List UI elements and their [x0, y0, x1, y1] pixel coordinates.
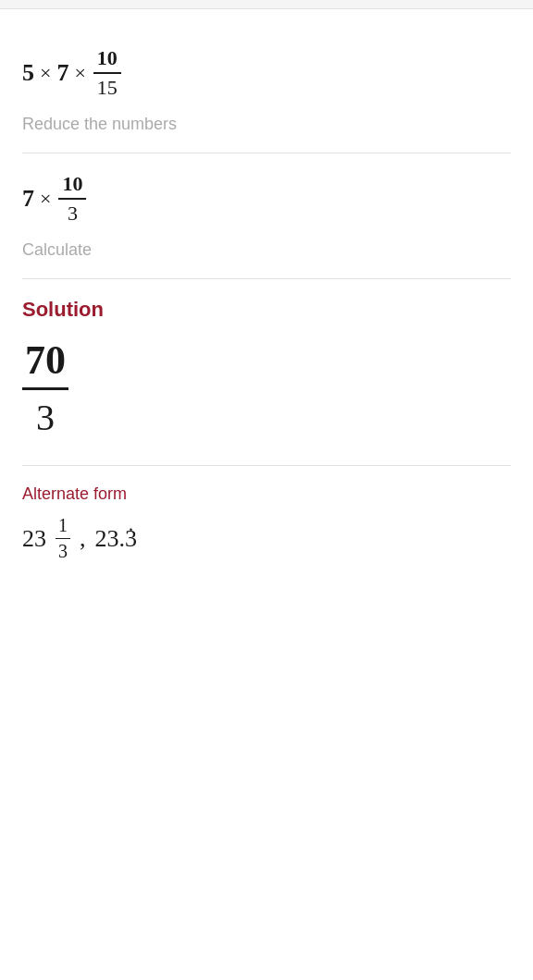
expr2-fraction: 10 3 [58, 172, 86, 226]
alt-numerator: 1 [56, 515, 70, 539]
top-bar [0, 0, 533, 9]
solution-denominator: 3 [36, 390, 55, 439]
section-alternate: Alternate form 23 1 3 , 23.3 [22, 466, 511, 581]
expr1-fraction: 10 15 [93, 46, 121, 100]
section-expression2: 7 × 10 3 Calculate [22, 153, 511, 279]
solution-label: Solution [22, 298, 511, 322]
expr1-numerator: 10 [93, 46, 121, 74]
solution-numerator: 70 [22, 337, 68, 390]
expr1-denominator: 15 [97, 74, 118, 100]
hint2: Calculate [22, 240, 511, 260]
alternate-decimal: 23.3 [95, 525, 138, 553]
expression2: 7 × 10 3 [22, 172, 511, 226]
alternate-fraction: 1 3 [56, 515, 70, 562]
hint1: Reduce the numbers [22, 115, 511, 134]
expr1-mult2: × [74, 61, 85, 85]
expr2-part1: 7 [22, 185, 34, 213]
expr1-part2: 7 [56, 59, 68, 87]
decimal-digit: 3 [125, 525, 137, 553]
section-solution: Solution 70 3 [22, 279, 511, 466]
alternate-expression: 23 1 3 , 23.3 [22, 515, 511, 562]
alternate-label: Alternate form [22, 484, 511, 504]
expression1: 5 × 7 × 10 15 [22, 46, 511, 100]
alternate-whole: 23 [22, 525, 46, 553]
expr2-mult: × [40, 187, 51, 211]
expr1-part1: 5 [22, 59, 34, 87]
expr2-numerator: 10 [58, 172, 86, 200]
expr2-denominator: 3 [68, 200, 78, 226]
section-expression1: 5 × 7 × 10 15 Reduce the numbers [22, 28, 511, 153]
alt-denominator: 3 [58, 539, 68, 562]
main-container: 5 × 7 × 10 15 Reduce the numbers 7 × 10 … [0, 9, 533, 599]
solution-fraction: 70 3 [22, 337, 68, 439]
expr1-mult1: × [40, 61, 51, 85]
alternate-comma: , [80, 525, 86, 553]
